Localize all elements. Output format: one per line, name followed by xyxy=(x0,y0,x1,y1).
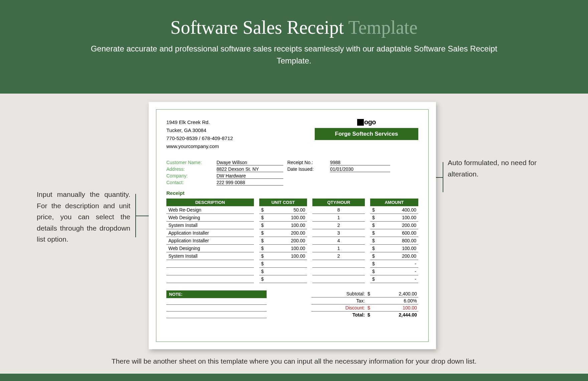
label-address: Address: xyxy=(166,166,216,172)
page-subtitle: Generate accurate and professional softw… xyxy=(77,43,511,67)
currency-symbol: $ xyxy=(259,252,268,260)
cell-amount: - xyxy=(379,260,418,268)
value-contact: 222 999 0088 xyxy=(216,180,283,185)
callout-left: Input manually the quantity. For the des… xyxy=(37,189,130,245)
cell-qty xyxy=(312,275,365,283)
logo-block: ogo Forge Softech Services xyxy=(315,118,418,150)
title-suffix: Template xyxy=(348,17,418,38)
cell-amount: 200.00 xyxy=(379,252,418,260)
currency-symbol: $ xyxy=(370,268,379,275)
company-website: www.yourcompany.com xyxy=(166,142,233,150)
cell-description: Application Installer xyxy=(166,237,254,245)
cell-unit-cost xyxy=(268,268,307,275)
cell-unit-cost: 100.00 xyxy=(268,245,307,252)
cell-description xyxy=(166,268,254,275)
cell-qty: 1 xyxy=(312,245,365,252)
table-row: Web Re-Design$50.008$400.00 xyxy=(166,206,418,214)
cell-amount: 200.00 xyxy=(379,222,418,229)
cell-amount: 800.00 xyxy=(379,237,418,245)
currency-symbol: $ xyxy=(259,237,268,245)
totals-block: Subtotal: $ 2,400.00 Tax: 6.00% Discount… xyxy=(311,290,418,318)
currency-symbol: $ xyxy=(370,245,379,252)
note-line xyxy=(166,305,267,311)
value-discount: 100.00 xyxy=(374,305,417,310)
hero-header: Software Sales Receipt Template Generate… xyxy=(0,0,588,94)
cell-unit-cost: 200.00 xyxy=(268,229,307,237)
col-amount: AMOUNT xyxy=(370,199,418,206)
company-phones: 770-520-8539 / 678-409-8712 xyxy=(166,134,233,142)
note-header: NOTE: xyxy=(166,290,267,298)
col-description: DESCRIPTION xyxy=(166,199,254,206)
cell-qty: 3 xyxy=(312,229,365,237)
note-column: NOTE: xyxy=(166,290,267,318)
receipt-document: 1949 Elk Creek Rd. Tucker, GA 30084 770-… xyxy=(149,102,436,349)
cell-description xyxy=(166,260,254,268)
label-date-issued: Date Issued: xyxy=(283,166,330,172)
cell-unit-cost xyxy=(268,260,307,268)
label-receipt-no: Receipt No.: xyxy=(283,160,330,165)
company-name-banner: Forge Softech Services xyxy=(315,128,418,140)
cell-amount: - xyxy=(379,268,418,275)
table-row: Web Designing$100.001$100.00 xyxy=(166,245,418,252)
currency-symbol: $ xyxy=(370,206,379,214)
customer-info-grid: Customer Name: Dwaye Willson Receipt No.… xyxy=(166,160,418,185)
page-title: Software Sales Receipt Template xyxy=(0,17,588,38)
logo-icon: ogo xyxy=(357,118,376,126)
cell-amount: 400.00 xyxy=(379,206,418,214)
cell-description xyxy=(166,275,254,283)
currency-symbol: $ xyxy=(259,275,268,283)
title-main: Software Sales Receipt xyxy=(170,17,344,38)
cell-description: Web Designing xyxy=(166,214,254,222)
table-row: System Install$100.002$200.00 xyxy=(166,252,418,260)
receipt-section-label: Receipt xyxy=(166,190,418,196)
receipt-inner: 1949 Elk Creek Rd. Tucker, GA 30084 770-… xyxy=(156,109,429,342)
cell-qty xyxy=(312,260,365,268)
value-date-issued: 01/01/2030 xyxy=(330,166,390,172)
label-customer-name: Customer Name: xyxy=(166,160,216,165)
currency-symbol: $ xyxy=(370,237,379,245)
currency-symbol: $ xyxy=(259,268,268,275)
body-area: Input manually the quantity. For the des… xyxy=(0,94,588,374)
items-table: DESCRIPTION UNIT COST QTY/HOUR AMOUNT We… xyxy=(166,199,418,283)
currency-symbol: $ xyxy=(370,275,379,283)
cell-description: System Install xyxy=(166,252,254,260)
cell-qty xyxy=(312,268,365,275)
value-receipt-no: 9988 xyxy=(330,160,390,165)
currency-symbol: $ xyxy=(370,252,379,260)
cell-unit-cost: 200.00 xyxy=(268,237,307,245)
table-row: Application Installer$200.004$800.00 xyxy=(166,237,418,245)
company-address-block: 1949 Elk Creek Rd. Tucker, GA 30084 770-… xyxy=(166,118,233,150)
address-line: 1949 Elk Creek Rd. xyxy=(166,118,233,126)
label-company: Company: xyxy=(166,173,216,179)
col-unit-cost: UNIT COST xyxy=(259,199,307,206)
cell-amount: - xyxy=(379,275,418,283)
callout-right: Auto formulated, no need for alteration. xyxy=(448,157,551,179)
currency-symbol: $ xyxy=(370,260,379,268)
currency-symbol: $ xyxy=(368,312,374,318)
currency-symbol: $ xyxy=(370,229,379,237)
cell-unit-cost: 100.00 xyxy=(268,214,307,222)
currency-symbol: $ xyxy=(259,214,268,222)
cell-unit-cost xyxy=(268,275,307,283)
cell-description: Web Re-Design xyxy=(166,206,254,214)
label-tax: Tax: xyxy=(313,298,368,303)
table-row: $$- xyxy=(166,268,418,275)
currency-symbol: $ xyxy=(259,229,268,237)
cell-unit-cost: 100.00 xyxy=(268,252,307,260)
address-line: Tucker, GA 30084 xyxy=(166,126,233,134)
currency-symbol: $ xyxy=(368,305,374,310)
currency-symbol: $ xyxy=(259,222,268,229)
value-total: 2,444.00 xyxy=(374,312,417,318)
table-header-row: DESCRIPTION UNIT COST QTY/HOUR AMOUNT xyxy=(166,199,418,206)
cell-unit-cost: 100.00 xyxy=(268,222,307,229)
note-line xyxy=(166,298,267,305)
cell-description: Web Designing xyxy=(166,245,254,252)
cell-unit-cost: 50.00 xyxy=(268,206,307,214)
table-row: $$- xyxy=(166,260,418,268)
cell-qty: 1 xyxy=(312,214,365,222)
connector-line xyxy=(135,216,149,216)
cell-qty: 2 xyxy=(312,222,365,229)
currency-symbol: $ xyxy=(259,245,268,252)
currency-symbol: $ xyxy=(259,206,268,214)
cell-qty: 2 xyxy=(312,252,365,260)
